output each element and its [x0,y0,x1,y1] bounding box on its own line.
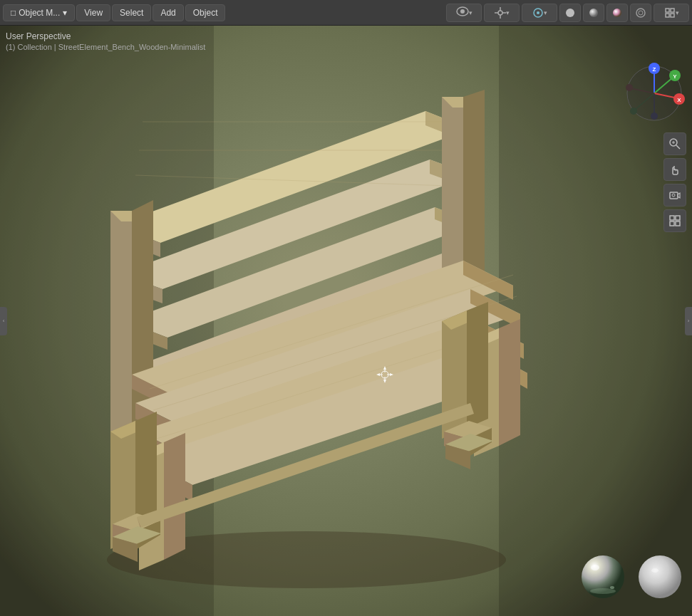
svg-text:Y: Y [673,73,677,80]
right-panel-handle[interactable]: › [685,307,692,335]
camera-icon [668,189,681,202]
3d-viewport[interactable]: User Perspective (1) Collection | Street… [0,26,692,616]
svg-rect-15 [671,9,674,12]
svg-point-1 [460,9,465,14]
svg-point-101 [630,108,637,115]
bench-3d-model [0,26,692,616]
svg-text:Z: Z [653,66,656,73]
svg-point-11 [613,9,621,17]
object-menu-button[interactable]: Object [185,4,226,21]
svg-point-120 [639,555,681,598]
dropdown-arrow2-icon: ▾ [506,9,510,16]
pan-tool-button[interactable] [663,158,686,181]
svg-line-105 [676,145,680,149]
left-handle-icon: ‹ [3,318,5,324]
eye-icon [456,6,469,19]
left-panel-handle[interactable]: ‹ [0,307,7,335]
pivot-icon [495,7,506,19]
camera-tool-button[interactable] [663,184,686,207]
viewport-shading-rendered-button[interactable] [606,4,628,22]
svg-point-117 [591,565,599,570]
svg-rect-16 [666,14,669,17]
rendered-shading-icon [611,7,623,19]
diffuse-sphere[interactable] [635,552,685,602]
svg-rect-109 [670,192,678,199]
zoom-tool-button[interactable] [663,132,686,155]
material-preview-spheres [578,552,685,602]
overlay-arrow-icon: ▾ [676,9,679,16]
select-menu-button[interactable]: Select [112,4,151,21]
grid-icon [668,214,681,227]
svg-rect-112 [670,216,674,220]
svg-rect-113 [676,216,680,220]
svg-rect-115 [676,221,680,226]
mode-arrow: ▾ [63,8,67,18]
object-label: Object [193,8,218,18]
svg-rect-114 [670,221,674,226]
svg-point-13 [639,11,643,15]
solid-shading-icon [564,7,576,19]
svg-rect-17 [671,14,674,17]
dropdown-arrow-icon: ▾ [469,9,472,16]
transform-pivot-button[interactable]: ▾ [484,4,520,22]
right-handle-icon: › [688,318,690,324]
overlay-icon [664,7,676,19]
svg-text:X: X [677,97,681,103]
overlay-button[interactable]: ▾ [654,4,689,22]
proportional-editing-button[interactable]: ▾ [522,4,557,22]
toolbar-right-section: ▾ ▾ ▾ [446,4,689,22]
select-label: Select [120,8,143,18]
svg-point-9 [566,9,574,17]
svg-marker-63 [499,319,520,446]
svg-point-99 [651,113,658,120]
viewport-gizmo[interactable]: Z Y X [622,61,686,125]
svg-point-111 [672,194,675,197]
svg-point-121 [651,568,659,573]
eevee-icon [635,7,646,19]
metallic-sphere[interactable] [578,552,628,602]
add-label: Add [160,8,175,18]
viewport-shading-solid-button[interactable] [559,4,581,22]
right-toolbar [663,132,686,232]
svg-point-103 [626,84,633,91]
proportional-icon [532,7,544,19]
gizmo-svg: Z Y X [622,61,686,125]
viewport-shading-material-button[interactable] [583,4,604,22]
svg-rect-14 [666,9,669,12]
view-label: View [84,8,103,18]
svg-point-2 [498,11,502,15]
material-shading-icon [588,7,599,19]
view-menu-button[interactable]: View [76,4,110,21]
object-icon: □ [11,8,16,18]
svg-point-119 [590,588,616,594]
add-menu-button[interactable]: Add [153,4,183,21]
viewport-visibility-button[interactable]: ▾ [446,4,482,22]
svg-point-8 [537,11,539,14]
svg-point-118 [610,586,614,589]
svg-marker-110 [678,193,680,198]
zoom-icon [668,137,681,150]
dropdown-arrow3-icon: ▾ [544,9,547,16]
svg-point-12 [636,9,645,17]
top-toolbar: □ Object M... ▾ View Select Add Object ▾ [0,0,692,26]
svg-point-10 [589,9,598,17]
svg-marker-57 [164,433,185,560]
mode-selector-button[interactable]: □ Object M... ▾ [3,4,75,21]
mode-label: Object M... [19,8,60,18]
hand-icon [668,163,681,176]
viewport-shading-eevee-button[interactable] [630,4,651,22]
grid-tool-button[interactable] [663,209,686,232]
